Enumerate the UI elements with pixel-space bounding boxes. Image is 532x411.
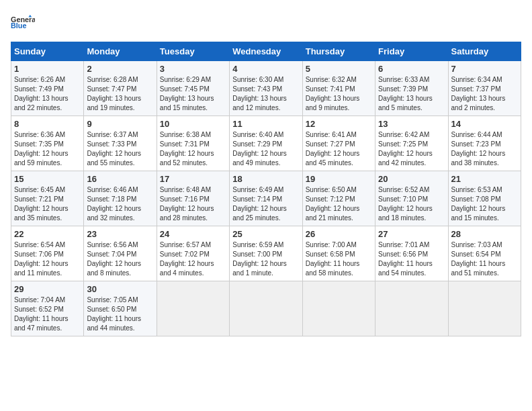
calendar-day-26: 26Sunrise: 7:00 AMSunset: 6:58 PMDayligh… [302, 226, 375, 281]
weekday-header-friday: Friday [375, 42, 448, 61]
logo: General Blue [11, 11, 35, 35]
page-header: General Blue [11, 11, 521, 35]
logo-icon: General Blue [11, 11, 35, 35]
calendar-empty [157, 281, 229, 336]
calendar-day-24: 24Sunrise: 6:57 AMSunset: 7:02 PMDayligh… [157, 226, 229, 281]
calendar-empty [375, 281, 448, 336]
calendar-day-22: 22Sunrise: 6:54 AMSunset: 7:06 PMDayligh… [11, 226, 84, 281]
calendar-day-27: 27Sunrise: 7:01 AMSunset: 6:56 PMDayligh… [375, 226, 448, 281]
calendar-day-11: 11Sunrise: 6:40 AMSunset: 7:29 PMDayligh… [230, 116, 302, 171]
calendar-day-14: 14Sunrise: 6:44 AMSunset: 7:23 PMDayligh… [448, 116, 521, 171]
calendar-week-row: 1Sunrise: 6:26 AMSunset: 7:49 PMDaylight… [11, 61, 521, 116]
calendar-day-23: 23Sunrise: 6:56 AMSunset: 7:04 PMDayligh… [84, 226, 157, 281]
calendar-day-7: 7Sunrise: 6:34 AMSunset: 7:37 PMDaylight… [448, 61, 521, 116]
calendar-day-3: 3Sunrise: 6:29 AMSunset: 7:45 PMDaylight… [157, 61, 229, 116]
weekday-header-saturday: Saturday [448, 42, 521, 61]
weekday-header-sunday: Sunday [11, 42, 84, 61]
svg-text:Blue: Blue [11, 21, 26, 30]
calendar-day-25: 25Sunrise: 6:59 AMSunset: 7:00 PMDayligh… [230, 226, 302, 281]
calendar-day-12: 12Sunrise: 6:41 AMSunset: 7:27 PMDayligh… [302, 116, 375, 171]
calendar-day-20: 20Sunrise: 6:52 AMSunset: 7:10 PMDayligh… [375, 171, 448, 226]
calendar-day-5: 5Sunrise: 6:32 AMSunset: 7:41 PMDaylight… [302, 61, 375, 116]
weekday-header-tuesday: Tuesday [157, 42, 229, 61]
calendar-day-1: 1Sunrise: 6:26 AMSunset: 7:49 PMDaylight… [11, 61, 84, 116]
calendar-day-30: 30Sunrise: 7:05 AMSunset: 6:50 PMDayligh… [84, 281, 157, 336]
calendar-day-13: 13Sunrise: 6:42 AMSunset: 7:25 PMDayligh… [375, 116, 448, 171]
calendar-day-10: 10Sunrise: 6:38 AMSunset: 7:31 PMDayligh… [157, 116, 229, 171]
calendar-week-row: 22Sunrise: 6:54 AMSunset: 7:06 PMDayligh… [11, 226, 521, 281]
calendar-day-15: 15Sunrise: 6:45 AMSunset: 7:21 PMDayligh… [11, 171, 84, 226]
calendar-week-row: 15Sunrise: 6:45 AMSunset: 7:21 PMDayligh… [11, 171, 521, 226]
weekday-header-monday: Monday [84, 42, 157, 61]
calendar-table: SundayMondayTuesdayWednesdayThursdayFrid… [11, 42, 521, 336]
calendar-week-row: 8Sunrise: 6:36 AMSunset: 7:35 PMDaylight… [11, 116, 521, 171]
calendar-day-19: 19Sunrise: 6:50 AMSunset: 7:12 PMDayligh… [302, 171, 375, 226]
weekday-header-wednesday: Wednesday [230, 42, 302, 61]
calendar-day-16: 16Sunrise: 6:46 AMSunset: 7:18 PMDayligh… [84, 171, 157, 226]
calendar-day-8: 8Sunrise: 6:36 AMSunset: 7:35 PMDaylight… [11, 116, 84, 171]
calendar-empty [302, 281, 375, 336]
weekday-header-thursday: Thursday [302, 42, 375, 61]
weekday-header-row: SundayMondayTuesdayWednesdayThursdayFrid… [11, 42, 521, 61]
calendar-day-9: 9Sunrise: 6:37 AMSunset: 7:33 PMDaylight… [84, 116, 157, 171]
calendar-day-29: 29Sunrise: 7:04 AMSunset: 6:52 PMDayligh… [11, 281, 84, 336]
calendar-day-28: 28Sunrise: 7:03 AMSunset: 6:54 PMDayligh… [448, 226, 521, 281]
calendar-day-17: 17Sunrise: 6:48 AMSunset: 7:16 PMDayligh… [157, 171, 229, 226]
calendar-day-6: 6Sunrise: 6:33 AMSunset: 7:39 PMDaylight… [375, 61, 448, 116]
calendar-day-4: 4Sunrise: 6:30 AMSunset: 7:43 PMDaylight… [230, 61, 302, 116]
calendar-week-row: 29Sunrise: 7:04 AMSunset: 6:52 PMDayligh… [11, 281, 521, 336]
calendar-day-21: 21Sunrise: 6:53 AMSunset: 7:08 PMDayligh… [448, 171, 521, 226]
calendar-day-18: 18Sunrise: 6:49 AMSunset: 7:14 PMDayligh… [230, 171, 302, 226]
calendar-empty [230, 281, 302, 336]
calendar-day-2: 2Sunrise: 6:28 AMSunset: 7:47 PMDaylight… [84, 61, 157, 116]
calendar-empty [448, 281, 521, 336]
